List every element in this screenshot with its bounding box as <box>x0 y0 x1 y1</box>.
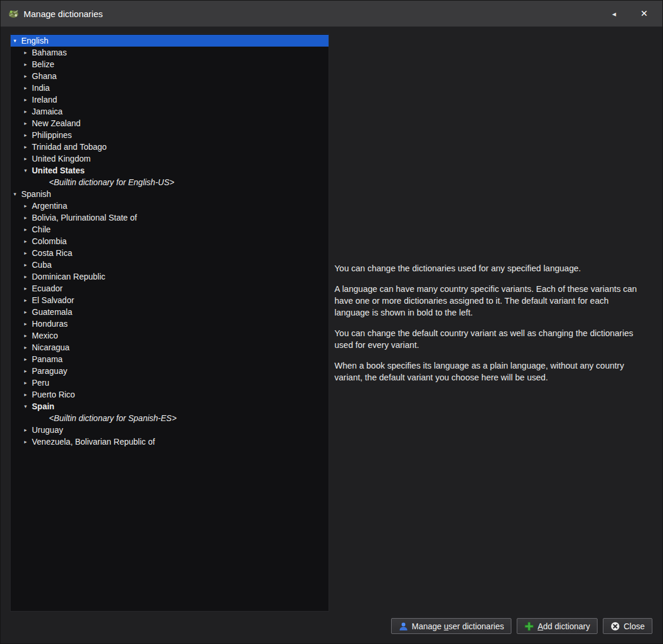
tree-item-label: <Builtin dictionary for English-US> <box>49 178 174 187</box>
tree-item-label: Paraguay <box>32 366 67 376</box>
dictionary-tree[interactable]: ▾English▸Bahamas▸Belize▸Ghana▸India▸Irel… <box>10 34 329 612</box>
tree-item[interactable]: ▾Spain <box>11 400 329 412</box>
tree-item[interactable]: ▾Spanish <box>11 188 329 200</box>
collapsed-arrow-icon[interactable]: ▸ <box>24 235 32 247</box>
tree-item[interactable]: ▸Philippines <box>11 129 329 141</box>
close-icon[interactable]: ✕ <box>626 1 662 27</box>
tree-item[interactable]: ▸Dominican Republic <box>11 271 329 282</box>
tree-item[interactable]: ▸Trinidad and Tobago <box>11 141 329 153</box>
tree-item[interactable]: ▸Belize <box>11 58 329 70</box>
tree-item[interactable]: ▸United Kingdom <box>11 153 329 165</box>
tree-item[interactable]: ▸Guatemala <box>11 306 329 318</box>
tree-item[interactable]: ▸Colombia <box>11 235 329 247</box>
collapsed-arrow-icon[interactable]: ▸ <box>24 129 32 141</box>
collapsed-arrow-icon[interactable]: ▸ <box>24 224 32 235</box>
collapsed-arrow-icon[interactable]: ▸ <box>24 436 32 448</box>
tree-item[interactable]: <Builtin dictionary for English-US> <box>11 176 329 188</box>
tree-item-label: Dominican Republic <box>32 272 106 281</box>
close-circle-icon <box>611 622 620 631</box>
tree-item-label: New Zealand <box>32 119 81 128</box>
tree-item-label: Costa Rica <box>32 248 72 258</box>
collapsed-arrow-icon[interactable]: ▸ <box>24 47 32 58</box>
expanded-arrow-icon[interactable]: ▾ <box>14 188 21 200</box>
tree-item-label: Cuba <box>32 260 51 270</box>
tree-item[interactable]: ▸Nicaragua <box>11 341 329 353</box>
collapsed-arrow-icon[interactable]: ▸ <box>24 389 32 400</box>
tree-item[interactable]: ▸Peru <box>11 377 329 389</box>
tree-item[interactable]: ▸Cuba <box>11 259 329 271</box>
collapsed-arrow-icon[interactable]: ▸ <box>24 271 32 282</box>
tree-item[interactable]: ▸Bolivia, Plurinational State of <box>11 212 329 224</box>
collapsed-arrow-icon[interactable]: ▸ <box>24 353 32 365</box>
collapsed-arrow-icon[interactable]: ▸ <box>24 282 32 294</box>
tree-item[interactable]: ▸Chile <box>11 224 329 235</box>
collapsed-arrow-icon[interactable]: ▸ <box>24 106 32 117</box>
tree-item-label: United States <box>32 166 84 175</box>
expanded-arrow-icon[interactable]: ▾ <box>14 35 21 47</box>
tree-item-label: Nicaragua <box>32 343 70 352</box>
tree-item-label: Peru <box>32 378 50 387</box>
tree-item[interactable]: ▸Costa Rica <box>11 247 329 259</box>
tree-item[interactable]: ▸El Salvador <box>11 294 329 306</box>
tree-item[interactable]: ▸Argentina <box>11 200 329 212</box>
tree-item[interactable]: ▾United States <box>11 165 329 176</box>
collapsed-arrow-icon[interactable]: ▸ <box>24 94 32 106</box>
tree-item[interactable]: ▸India <box>11 82 329 94</box>
add-dictionary-button[interactable]: Add dictionary <box>517 618 598 634</box>
tree-item[interactable]: ▸Ireland <box>11 94 329 106</box>
collapsed-arrow-icon[interactable]: ▸ <box>24 117 32 129</box>
tree-item[interactable]: ▾English <box>11 35 329 47</box>
collapsed-arrow-icon[interactable]: ▸ <box>24 82 32 94</box>
collapsed-arrow-icon[interactable]: ▸ <box>24 318 32 330</box>
tree-item[interactable]: ▸Panama <box>11 353 329 365</box>
tree-item[interactable]: ▸Puerto Rico <box>11 389 329 400</box>
tree-item[interactable]: ▸New Zealand <box>11 117 329 129</box>
collapsed-arrow-icon[interactable]: ▸ <box>24 153 32 165</box>
titlebar[interactable]: Manage dictionaries ◂ ✕ <box>1 1 662 27</box>
collapsed-arrow-icon[interactable]: ▸ <box>24 377 32 389</box>
collapsed-arrow-icon[interactable]: ▸ <box>24 247 32 259</box>
close-button[interactable]: Close <box>603 618 652 634</box>
window-title: Manage dictionaries <box>24 9 103 19</box>
tree-item[interactable]: <Builtin dictionary for Spanish-ES> <box>11 412 329 424</box>
collapsed-arrow-icon[interactable]: ▸ <box>24 212 32 224</box>
tree-item[interactable]: ▸Venezuela, Bolivarian Republic of <box>11 436 329 448</box>
back-arrow-icon[interactable]: ◂ <box>602 1 626 27</box>
tree-item[interactable]: ▸Paraguay <box>11 365 329 377</box>
tree-item[interactable]: ▸Honduras <box>11 318 329 330</box>
app-icon <box>8 8 19 19</box>
tree-item[interactable]: ▸Ecuador <box>11 282 329 294</box>
collapsed-arrow-icon[interactable]: ▸ <box>24 200 32 212</box>
collapsed-arrow-icon[interactable]: ▸ <box>24 341 32 353</box>
expanded-arrow-icon[interactable]: ▾ <box>24 400 32 412</box>
tree-item-label: Spain <box>32 402 54 411</box>
tree-item[interactable]: ▸Ghana <box>11 70 329 82</box>
collapsed-arrow-icon[interactable]: ▸ <box>24 141 32 153</box>
tree-item[interactable]: ▸Mexico <box>11 330 329 341</box>
tree-item[interactable]: ▸Bahamas <box>11 47 329 58</box>
button-label: Manage user dictionaries <box>412 622 504 631</box>
tree-item-label: Guatemala <box>32 307 72 317</box>
collapsed-arrow-icon[interactable]: ▸ <box>24 294 32 306</box>
tree-item-label: Mexico <box>32 331 58 340</box>
tree-item[interactable]: ▸Jamaica <box>11 106 329 117</box>
collapsed-arrow-icon[interactable]: ▸ <box>24 58 32 70</box>
collapsed-arrow-icon[interactable]: ▸ <box>24 306 32 318</box>
button-label: Close <box>623 622 645 631</box>
tree-item-label: English <box>21 36 48 45</box>
tree-item[interactable]: ▸Uruguay <box>11 424 329 436</box>
expanded-arrow-icon[interactable]: ▾ <box>24 165 32 176</box>
collapsed-arrow-icon[interactable]: ▸ <box>24 330 32 341</box>
collapsed-arrow-icon[interactable]: ▸ <box>24 70 32 82</box>
tree-item-label: Chile <box>32 225 51 234</box>
info-paragraph: A language can have many country specifi… <box>334 283 644 318</box>
tree-item-label: Panama <box>32 354 63 364</box>
collapsed-arrow-icon[interactable]: ▸ <box>24 424 32 436</box>
tree-item-label: Bolivia, Plurinational State of <box>32 213 137 222</box>
collapsed-arrow-icon[interactable]: ▸ <box>24 259 32 271</box>
info-paragraph: When a book specifies its language as a … <box>334 360 644 383</box>
collapsed-arrow-icon[interactable]: ▸ <box>24 365 32 377</box>
button-label: Add dictionary <box>537 622 590 631</box>
tree-item-label: Honduras <box>32 319 68 328</box>
manage-user-dictionaries-button[interactable]: Manage user dictionaries <box>391 618 511 634</box>
